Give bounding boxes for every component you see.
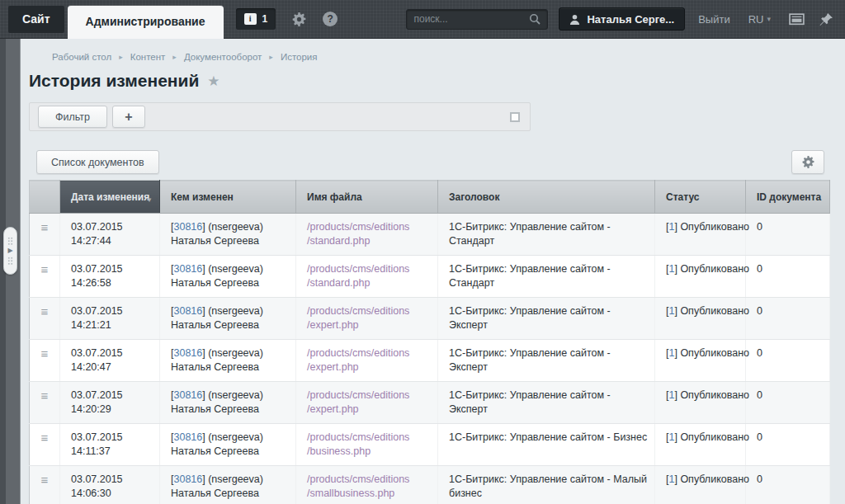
filter-collapse-icon[interactable] (510, 112, 520, 122)
language-code: RU (748, 13, 764, 26)
user-id-link[interactable]: 30816 (173, 263, 202, 275)
user-id-link[interactable]: 30816 (173, 221, 202, 233)
column-header-changed-by[interactable]: Кем изменен (160, 181, 296, 214)
column-header-filename[interactable]: Имя файла (296, 181, 438, 214)
file-name-link[interactable]: /expert.php (307, 403, 434, 417)
favorite-star-icon[interactable]: ★ (207, 73, 220, 90)
date-value: 03.07.2015 (71, 346, 156, 360)
cell-date: 03.07.2015 14:06:30 (60, 466, 160, 504)
file-path-link[interactable]: /products/cms/editions (307, 304, 434, 318)
user-id-link[interactable]: 30816 (173, 431, 202, 443)
user-full-name: Наталья Сергеева (171, 445, 292, 459)
cell-date: 03.07.2015 14:11:37 (60, 424, 160, 466)
file-name-link[interactable]: /expert.php (307, 318, 434, 332)
table-row[interactable]: ≡ 03.07.2015 14:27:44 [30816] (nsergeeva… (30, 214, 830, 256)
grid-settings-button[interactable] (791, 150, 824, 174)
column-header-status[interactable]: Статус (655, 181, 746, 214)
cell-changed-by: [30816] (nsergeeva) Наталья Сергеева (160, 424, 296, 466)
search-input[interactable] (413, 13, 529, 25)
table-header-row: Дата изменения ▼ Кем изменен Имя файла З… (30, 181, 830, 214)
search-icon[interactable] (529, 13, 541, 25)
cell-status: [1] Опубликовано (655, 256, 746, 298)
file-path-link[interactable]: /products/cms/editions (307, 220, 434, 234)
cell-changed-by: [30816] (nsergeeva) Наталья Сергеева (160, 256, 296, 298)
user-full-name: Наталья Сергеева (171, 403, 292, 417)
column-header-date[interactable]: Дата изменения ▼ (60, 181, 160, 214)
cell-changed-by: [30816] (nsergeeva) Наталья Сергеева (160, 298, 296, 340)
row-menu-icon[interactable]: ≡ (41, 389, 49, 403)
file-name-link[interactable]: /standard.php (307, 234, 434, 248)
content-area: ▶ Рабочий стол ▸ Контент ▸ Документообор… (0, 39, 845, 504)
notifications-button[interactable]: i 1 (236, 8, 276, 30)
user-menu-button[interactable]: Наталья Серге... (559, 7, 685, 31)
table-row[interactable]: ≡ 03.07.2015 14:26:58 [30816] (nsergeeva… (30, 256, 830, 298)
handle-dots-bottom (7, 257, 13, 265)
row-menu-icon[interactable]: ≡ (41, 346, 49, 360)
cell-title: 1С-Битрикс: Управление сайтом - Бизнес (438, 424, 655, 466)
column-header-doc-id[interactable]: ID документа (746, 181, 830, 214)
file-name-link[interactable]: /expert.php (307, 360, 434, 374)
cell-title: 1С-Битрикс: Управление сайтом - Эксперт (438, 298, 655, 340)
handle-dots-top (7, 237, 13, 245)
cell-title: 1С-Битрикс: Управление сайтом - Малый би… (438, 466, 655, 504)
date-value: 03.07.2015 (71, 304, 156, 318)
filter-bar: Фильтр + (29, 102, 531, 131)
row-menu-icon[interactable]: ≡ (41, 304, 49, 318)
language-selector[interactable]: RU ▾ (748, 13, 771, 26)
tab-site[interactable]: Сайт (8, 6, 64, 33)
file-name-link[interactable]: /business.php (307, 445, 434, 459)
table-row[interactable]: ≡ 03.07.2015 14:20:29 [30816] (nsergeeva… (30, 382, 830, 424)
tab-administration[interactable]: Администрирование (68, 6, 224, 39)
logout-link[interactable]: Выйти (698, 13, 730, 26)
grid-header-row: Список документов (29, 150, 830, 174)
cell-changed-by: [30816] (nsergeeva) Наталья Сергеева (160, 214, 296, 256)
breadcrumb-item-workflow[interactable]: Документооборот (184, 52, 262, 62)
column-header-title[interactable]: Заголовок (438, 181, 655, 214)
help-icon[interactable]: ? (323, 12, 338, 26)
desktop-icon[interactable] (789, 13, 805, 26)
table-row[interactable]: ≡ 03.07.2015 14:20:47 [30816] (nsergeeva… (30, 340, 830, 382)
date-value: 03.07.2015 (71, 473, 156, 487)
filter-button[interactable]: Фильтр (38, 106, 107, 128)
user-id-link[interactable]: 30816 (173, 347, 202, 359)
settings-gear-icon[interactable] (292, 12, 306, 26)
date-value: 03.07.2015 (71, 431, 156, 445)
file-path-link[interactable]: /products/cms/editions (307, 431, 434, 445)
user-id-link[interactable]: 30816 (173, 305, 202, 317)
row-menu-icon[interactable]: ≡ (41, 431, 49, 445)
row-menu-icon[interactable]: ≡ (41, 262, 49, 276)
date-value: 03.07.2015 (71, 220, 156, 234)
table-row[interactable]: ≡ 03.07.2015 14:21:21 [30816] (nsergeeva… (30, 298, 830, 340)
row-menu-icon[interactable]: ≡ (41, 473, 49, 487)
documents-list-tab[interactable]: Список документов (36, 150, 159, 174)
breadcrumb-item-content[interactable]: Контент (130, 52, 166, 62)
cell-doc-id: 0 (746, 382, 830, 424)
file-name-link[interactable]: /smallbusiness.php (307, 487, 434, 501)
sidebar-expand-handle[interactable]: ▶ (3, 227, 17, 275)
status-label: ] Опубликовано (674, 221, 749, 233)
add-filter-button[interactable]: + (112, 106, 145, 128)
search-box (406, 9, 548, 30)
breadcrumb-item-desktop[interactable]: Рабочий стол (52, 52, 111, 62)
chevron-down-icon: ▾ (767, 15, 771, 23)
time-value: 14:21:21 (71, 318, 156, 332)
file-path-link[interactable]: /products/cms/editions (307, 389, 434, 403)
topbar: Сайт Администрирование i 1 ? Наталья Сер… (0, 0, 845, 39)
date-value: 03.07.2015 (71, 389, 156, 403)
cell-title: 1С-Битрикс: Управление сайтом - Стандарт (438, 214, 655, 256)
file-path-link[interactable]: /products/cms/editions (307, 262, 434, 276)
table-row[interactable]: ≡ 03.07.2015 14:11:37 [30816] (nsergeeva… (30, 424, 830, 466)
time-value: 14:26:58 (71, 276, 156, 290)
row-menu-icon[interactable]: ≡ (41, 220, 49, 234)
pin-icon[interactable] (819, 12, 833, 26)
user-id-link[interactable]: 30816 (173, 389, 202, 401)
file-name-link[interactable]: /standard.php (307, 276, 434, 290)
table-row[interactable]: ≡ 03.07.2015 14:06:30 [30816] (nsergeeva… (30, 466, 830, 504)
cell-doc-id: 0 (746, 424, 830, 466)
user-id-link[interactable]: 30816 (173, 473, 202, 485)
file-path-link[interactable]: /products/cms/editions (307, 473, 434, 487)
cell-title: 1С-Битрикс: Управление сайтом - Стандарт (438, 256, 655, 298)
cell-status: [1] Опубликовано (655, 298, 746, 340)
file-path-link[interactable]: /products/cms/editions (307, 346, 434, 360)
cell-status: [1] Опубликовано (655, 340, 746, 382)
